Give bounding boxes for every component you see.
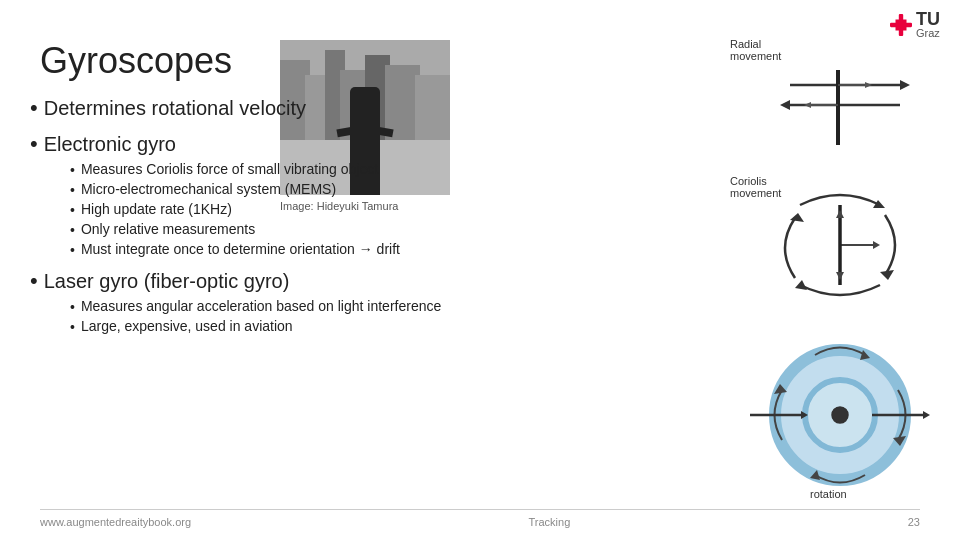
svg-text:movement: movement	[730, 50, 781, 62]
footer-center: Tracking	[529, 516, 571, 528]
sub-bullets-2: Measures Coriolis force of small vibrati…	[70, 161, 690, 258]
main-bullet-2: Electronic gyro	[30, 131, 690, 157]
list-item: Measures Coriolis force of small vibrati…	[70, 161, 690, 178]
svg-marker-26	[780, 100, 790, 110]
svg-marker-31	[804, 102, 811, 108]
main-bullet-1: Determines rotational velocity	[30, 95, 690, 121]
list-item: High update rate (1KHz)	[70, 201, 690, 218]
svg-marker-29	[865, 82, 872, 88]
svg-marker-41	[836, 210, 844, 218]
footer-right: 23	[908, 516, 920, 528]
diagrams-svg: Radial movement Coriolis movement	[710, 30, 960, 510]
svg-text:movement: movement	[730, 187, 781, 199]
svg-text:rotation: rotation	[810, 488, 847, 500]
svg-rect-1	[890, 22, 912, 26]
svg-marker-34	[873, 200, 885, 208]
svg-marker-39	[873, 241, 880, 249]
list-item: Measures angular acceleration based on l…	[70, 298, 690, 315]
logo-text: TU	[916, 10, 940, 28]
bullet-section-3: Laser gyro (fiber-optic gyro) Measures a…	[30, 268, 690, 335]
main-bullet-3: Laser gyro (fiber-optic gyro)	[30, 268, 690, 294]
footer: www.augmentedreaitybook.org Tracking 23	[40, 509, 920, 528]
svg-marker-54	[923, 411, 930, 419]
bullet-section-1: Determines rotational velocity	[30, 95, 690, 121]
svg-text:Coriolis: Coriolis	[730, 175, 767, 187]
diagram-area: Radial movement Coriolis movement	[710, 30, 960, 510]
svg-rect-2	[896, 19, 900, 23]
svg-marker-42	[836, 272, 844, 280]
svg-marker-36	[795, 280, 807, 290]
svg-point-46	[832, 407, 848, 423]
svg-rect-3	[902, 19, 906, 23]
svg-marker-24	[900, 80, 910, 90]
sub-bullets-3: Measures angular acceleration based on l…	[70, 298, 690, 335]
slide: TU Graz Gyroscopes	[0, 0, 960, 540]
svg-marker-35	[880, 270, 894, 280]
footer-left: www.augmentedreaitybook.org	[40, 516, 191, 528]
list-item: Must integrate once to determine orienta…	[70, 241, 690, 258]
list-item: Micro-electromechanical system (MEMS)	[70, 181, 690, 198]
list-item: Large, expensive, used in aviation	[70, 318, 690, 335]
list-item: Only relative measurements	[70, 221, 690, 238]
svg-text:Radial: Radial	[730, 38, 761, 50]
main-content: Determines rotational velocity Electroni…	[30, 95, 690, 345]
bullet-section-2: Electronic gyro Measures Coriolis force …	[30, 131, 690, 258]
